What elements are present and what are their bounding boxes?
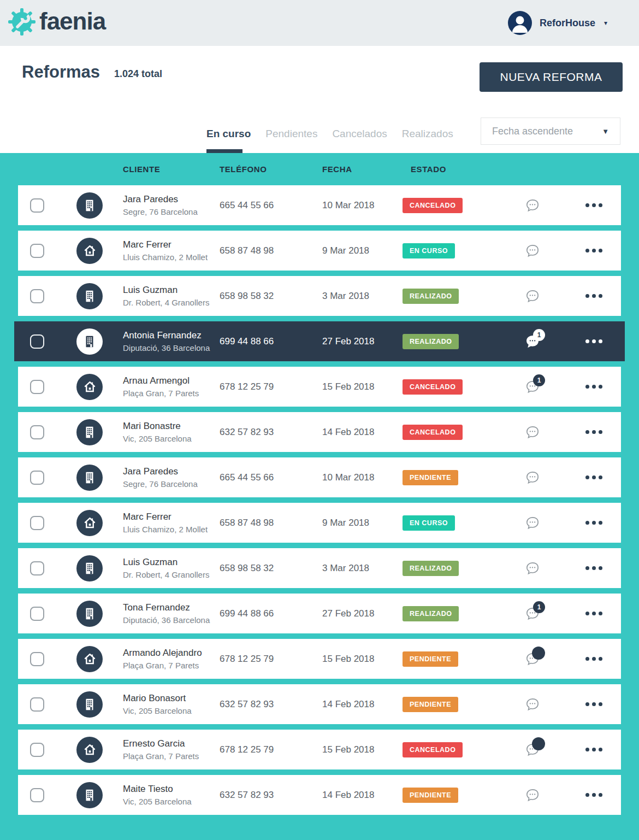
status-badge: PENDIENTE [403, 651, 458, 667]
table-row[interactable]: Mario Bonasort Vic, 205 Barcelona 632 57… [18, 684, 621, 724]
table-row[interactable]: Armando Alejandro Plaça Gran, 7 Parets 6… [18, 639, 621, 679]
tab-pendientes[interactable]: Pendientes [265, 128, 317, 153]
row-menu-button[interactable] [584, 518, 603, 528]
chat-icon[interactable] [524, 560, 541, 577]
chat-icon[interactable]: 1 [524, 333, 541, 350]
row-menu-button[interactable] [584, 472, 603, 483]
sort-selected-value: Fecha ascendente [492, 126, 573, 137]
column-header-fecha: FECHA [322, 165, 403, 174]
row-menu-button[interactable] [584, 699, 603, 709]
table-row[interactable]: Luis Guzman Dr. Robert, 4 Granollers 658… [18, 548, 621, 588]
table-row[interactable]: Jara Paredes Segre, 76 Barcelona 665 44 … [18, 185, 621, 225]
reform-date: 15 Feb 2018 [322, 744, 403, 755]
client-name: Ernesto Garcia [123, 738, 220, 749]
row-menu-button[interactable] [584, 200, 603, 210]
status-badge: REALIZADO [403, 334, 459, 349]
chevron-down-icon: ▾ [604, 19, 607, 27]
row-checkbox[interactable] [30, 697, 44, 712]
status-badge: CANCELADO [403, 425, 463, 440]
row-menu-button[interactable] [584, 744, 603, 755]
row-checkbox[interactable] [30, 244, 44, 258]
chat-unread-badge [532, 737, 545, 750]
row-menu-button[interactable] [584, 291, 603, 301]
user-name: ReforHouse [540, 17, 595, 29]
client-name: Antonia Fernandez [123, 330, 220, 341]
client-phone: 665 44 55 66 [220, 472, 322, 483]
client-phone: 632 57 82 93 [220, 427, 322, 438]
row-checkbox[interactable] [30, 471, 44, 485]
row-checkbox[interactable] [30, 334, 44, 349]
client-phone: 678 12 25 79 [220, 381, 322, 392]
row-menu-button[interactable] [584, 427, 603, 437]
status-tabs: En cursoPendientesCanceladosRealizados [206, 128, 453, 153]
reform-date: 15 Feb 2018 [322, 381, 403, 392]
page-title: Reformas [22, 62, 100, 82]
row-menu-button[interactable] [584, 608, 603, 619]
chat-icon[interactable] [524, 197, 541, 214]
reforms-table-area: CLIENTE TELÉFONO FECHA ESTADO [0, 153, 639, 840]
tab-en-curso[interactable]: En curso [206, 128, 251, 153]
chat-icon[interactable] [524, 651, 541, 667]
client-phone: 632 57 82 93 [220, 790, 322, 801]
table-row[interactable]: Luis Guzman Dr. Robert, 4 Granollers 658… [18, 276, 621, 316]
house-icon [76, 737, 103, 763]
reform-date: 15 Feb 2018 [322, 654, 403, 665]
row-checkbox[interactable] [30, 380, 44, 394]
chat-icon[interactable] [524, 469, 541, 486]
row-checkbox[interactable] [30, 607, 44, 621]
client-address: Plaça Gran, 7 Parets [123, 661, 220, 670]
chat-icon[interactable] [524, 424, 541, 440]
table-row[interactable]: Ernesto Garcia Plaça Gran, 7 Parets 678 … [18, 730, 621, 769]
user-menu[interactable]: ReforHouse ▾ [508, 11, 607, 35]
row-menu-button[interactable] [584, 790, 603, 800]
row-menu-button[interactable] [584, 245, 603, 256]
table-row[interactable]: Marc Ferrer Lluis Chamizo, 2 Mollet 658 … [18, 503, 621, 543]
table-row[interactable]: Jara Paredes Segre, 76 Barcelona 665 44 … [18, 457, 621, 497]
total-count: 1.024 total [114, 68, 162, 80]
table-row[interactable]: Maite Tiesto Vic, 205 Barcelona 632 57 8… [18, 775, 621, 815]
row-checkbox[interactable] [30, 561, 44, 575]
client-phone: 699 44 88 66 [220, 336, 322, 347]
status-badge: CANCELADO [403, 198, 463, 213]
row-checkbox[interactable] [30, 743, 44, 757]
reform-date: 27 Feb 2018 [322, 336, 403, 347]
chat-unread-badge: 1 [533, 601, 545, 613]
new-reform-button[interactable]: NUEVA REFORMA [480, 62, 623, 92]
tab-realizados[interactable]: Realizados [402, 128, 453, 153]
client-address: Plaça Gran, 7 Parets [123, 389, 220, 398]
row-menu-button[interactable] [584, 563, 603, 573]
house-icon [76, 238, 103, 264]
chat-icon[interactable] [524, 696, 541, 713]
row-checkbox[interactable] [30, 425, 44, 439]
chat-unread-badge [532, 647, 545, 660]
chat-icon[interactable] [524, 288, 541, 304]
table-row[interactable]: Mari Bonastre Vic, 205 Barcelona 632 57 … [18, 412, 621, 452]
tab-cancelados[interactable]: Cancelados [332, 128, 387, 153]
row-checkbox[interactable] [30, 652, 44, 666]
table-row[interactable]: Tona Fernandez Diputació, 36 Barcelona 6… [18, 594, 621, 633]
row-menu-button[interactable] [584, 381, 603, 392]
table-row[interactable]: Marc Ferrer Lluis Chamizo, 2 Mollet 658 … [18, 231, 621, 271]
row-checkbox[interactable] [30, 516, 44, 530]
gear-wrench-logo-icon [7, 7, 37, 39]
reform-date: 27 Feb 2018 [322, 608, 403, 619]
chat-icon[interactable] [524, 515, 541, 531]
chat-icon[interactable] [524, 787, 541, 803]
chat-icon[interactable] [524, 742, 541, 758]
status-badge: PENDIENTE [403, 788, 458, 803]
chat-icon[interactable] [524, 243, 541, 259]
chat-icon[interactable]: 1 [524, 606, 541, 622]
row-menu-button[interactable] [584, 654, 603, 664]
row-menu-button[interactable] [584, 336, 603, 346]
row-checkbox[interactable] [30, 289, 44, 303]
sort-dropdown[interactable]: Fecha ascendente ▼ [481, 118, 620, 145]
chat-icon[interactable]: 1 [524, 379, 541, 395]
row-checkbox[interactable] [30, 198, 44, 213]
logo-wordmark: faenia [39, 9, 105, 37]
dropdown-caret-icon: ▼ [602, 127, 609, 136]
table-row[interactable]: Arnau Armengol Plaça Gran, 7 Parets 678 … [18, 367, 621, 407]
table-row[interactable]: Antonia Fernandez Diputació, 36 Barcelon… [14, 321, 625, 361]
status-badge: PENDIENTE [403, 697, 458, 712]
client-name: Mario Bonasort [123, 693, 220, 704]
row-checkbox[interactable] [30, 788, 44, 802]
